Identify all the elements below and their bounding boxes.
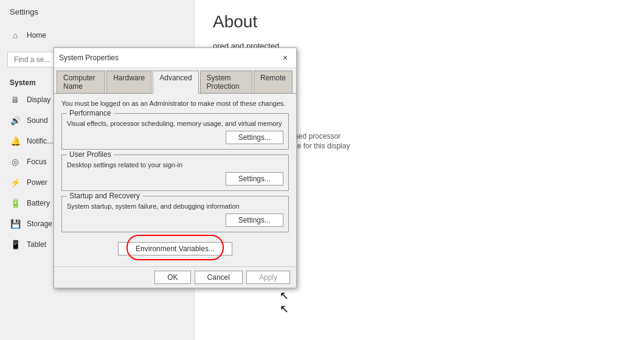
sidebar-item-home[interactable]: ⌂ Home [0, 24, 194, 47]
focus-icon: ◎ [10, 156, 21, 167]
user-profiles-settings-button[interactable]: Settings... [226, 172, 283, 186]
dialog-tab-bar: Computer Name Hardware Advanced System P… [54, 68, 296, 94]
tab-system-protection[interactable]: System Protection [200, 71, 252, 93]
tab-hardware[interactable]: Hardware [106, 71, 151, 93]
dialog-body: You must be logged on as an Administrato… [54, 94, 296, 266]
startup-recovery-group: Startup and Recovery System startup, sys… [61, 196, 289, 232]
env-var-section: Environment Variables... [61, 237, 289, 258]
sound-icon: 🔊 [10, 115, 21, 126]
tab-advanced[interactable]: Advanced [153, 71, 198, 94]
tab-computer-name[interactable]: Computer Name [57, 71, 105, 93]
tab-remote[interactable]: Remote [254, 71, 293, 93]
performance-settings-button[interactable]: Settings... [226, 131, 283, 144]
admin-note: You must be logged on as an Administrato… [61, 100, 289, 107]
user-profiles-group-desc: Desktop settings related to your sign-in [67, 161, 283, 168]
dialog-title-bar: System Properties × [54, 48, 296, 68]
apply-button[interactable]: Apply [246, 271, 290, 284]
home-icon: ⌂ [10, 30, 21, 41]
startup-settings-button[interactable]: Settings... [226, 213, 283, 227]
performance-group-desc: Visual effects, processor scheduling, me… [67, 120, 283, 127]
battery-icon: 🔋 [10, 198, 21, 209]
cancel-button[interactable]: Cancel [195, 271, 243, 284]
startup-group-desc: System startup, system failure, and debu… [67, 203, 283, 210]
startup-group-title: Startup and Recovery [67, 192, 142, 200]
ok-button[interactable]: OK [154, 271, 190, 284]
dialog-footer: OK Cancel Apply [54, 266, 296, 288]
tablet-icon: 📱 [10, 239, 21, 250]
dialog-title-text: System Properties [59, 54, 119, 62]
display-icon: 🖥 [10, 94, 21, 105]
user-profiles-group: User Profiles Desktop settings related t… [61, 154, 289, 191]
sidebar-title: Settings [0, 0, 194, 24]
page-title: About [213, 12, 626, 32]
environment-variables-button[interactable]: Environment Variables... [118, 242, 232, 255]
notifications-icon: 🔔 [10, 136, 21, 147]
performance-group-title: Performance [67, 109, 114, 117]
dialog-close-button[interactable]: × [279, 52, 291, 64]
system-properties-dialog: System Properties × Computer Name Hardwa… [54, 47, 297, 288]
user-profiles-group-title: User Profiles [67, 150, 114, 159]
power-icon: ⚡ [10, 177, 21, 188]
sidebar-title-text: Settings [10, 7, 38, 16]
storage-icon: 💾 [10, 218, 21, 229]
performance-group: Performance Visual effects, processor sc… [61, 113, 289, 150]
